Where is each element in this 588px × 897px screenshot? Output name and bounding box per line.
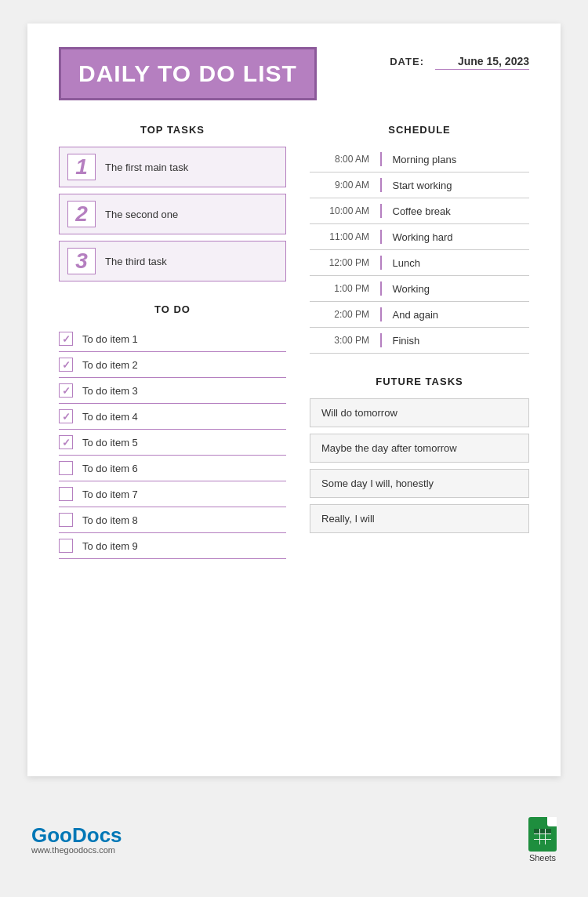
sched-time-3: 11:00 AM bbox=[310, 231, 380, 242]
todo-label-5: To do item 5 bbox=[82, 437, 138, 448]
future-task-item: Will do tomorrow bbox=[310, 398, 529, 427]
sched-task-6: And again bbox=[393, 309, 439, 321]
sched-divider bbox=[380, 281, 382, 296]
top-tasks-title: TOP TASKS bbox=[59, 124, 286, 136]
todo-item: ✓ To do item 1 bbox=[59, 326, 286, 352]
schedule-row: 2:00 PM And again bbox=[310, 302, 529, 328]
sched-divider bbox=[380, 333, 382, 347]
checkmark: ✓ bbox=[62, 385, 71, 397]
sched-task-0: Morning plans bbox=[393, 154, 457, 165]
todo-label-6: To do item 6 bbox=[82, 463, 138, 474]
schedule-row: 9:00 AM Start working bbox=[310, 172, 529, 198]
right-column: SCHEDULE 8:00 AM Morning plans 9:00 AM S… bbox=[310, 124, 529, 559]
sheets-grid bbox=[534, 829, 551, 844]
checkbox-7[interactable] bbox=[59, 487, 73, 501]
checkbox-1[interactable]: ✓ bbox=[59, 332, 73, 346]
schedule-title: SCHEDULE bbox=[310, 124, 529, 136]
checkbox-4[interactable]: ✓ bbox=[59, 409, 73, 423]
task-item-3: 3 The third task bbox=[59, 241, 286, 281]
grid-cell bbox=[534, 834, 539, 839]
checkbox-8[interactable] bbox=[59, 513, 73, 527]
todo-item: To do item 8 bbox=[59, 507, 286, 533]
grid-cell bbox=[534, 829, 539, 833]
grid-cell bbox=[540, 829, 546, 833]
sched-task-2: Coffee break bbox=[393, 205, 451, 217]
sched-time-2: 10:00 AM bbox=[310, 205, 380, 216]
sched-task-7: Finish bbox=[393, 335, 420, 347]
todo-label-9: To do item 9 bbox=[82, 540, 138, 552]
todo-item: ✓ To do item 2 bbox=[59, 352, 286, 378]
checkbox-9[interactable] bbox=[59, 539, 73, 553]
todo-label-8: To do item 8 bbox=[82, 514, 138, 526]
date-area: DATE: June 15, 2023 bbox=[390, 47, 529, 70]
schedule-list: 8:00 AM Morning plans 9:00 AM Start work… bbox=[310, 147, 529, 354]
schedule-row: 8:00 AM Morning plans bbox=[310, 147, 529, 172]
sched-time-1: 9:00 AM bbox=[310, 180, 380, 191]
task-item-1: 1 The first main task bbox=[59, 147, 286, 187]
logo-goo: Goo bbox=[31, 823, 72, 847]
todo-item: To do item 7 bbox=[59, 481, 286, 507]
schedule-row: 1:00 PM Working bbox=[310, 276, 529, 302]
footer: GooDocs www.thegoodocs.com Sheets bbox=[0, 800, 588, 880]
task-number-3: 3 bbox=[67, 248, 96, 274]
sched-divider bbox=[380, 307, 382, 321]
todo-item: ✓ To do item 5 bbox=[59, 430, 286, 456]
sched-task-4: Lunch bbox=[393, 257, 420, 269]
date-value: June 15, 2023 bbox=[435, 55, 529, 70]
checkbox-6[interactable] bbox=[59, 461, 73, 475]
date-row: DATE: June 15, 2023 bbox=[390, 55, 529, 70]
task-text-3: The third task bbox=[105, 256, 167, 267]
sched-divider bbox=[380, 204, 382, 218]
checkmark: ✓ bbox=[62, 411, 71, 423]
todo-item: To do item 6 bbox=[59, 456, 286, 481]
checkbox-2[interactable]: ✓ bbox=[59, 358, 73, 372]
sched-time-6: 2:00 PM bbox=[310, 309, 380, 320]
footer-logo: GooDocs www.thegoodocs.com bbox=[31, 825, 122, 855]
page-title: DAILY TO DO LIST bbox=[78, 60, 297, 87]
logo-brand: GooDocs bbox=[31, 825, 122, 845]
todo-item: To do item 9 bbox=[59, 533, 286, 559]
sched-divider bbox=[380, 152, 382, 166]
schedule-row: 11:00 AM Working hard bbox=[310, 224, 529, 250]
task-number-2: 2 bbox=[67, 201, 96, 227]
schedule-row: 12:00 PM Lunch bbox=[310, 250, 529, 276]
sched-time-0: 8:00 AM bbox=[310, 154, 380, 165]
sched-divider bbox=[380, 256, 382, 270]
future-tasks-section: FUTURE TASKS Will do tomorrowMaybe the d… bbox=[310, 376, 529, 533]
checkbox-3[interactable]: ✓ bbox=[59, 383, 73, 398]
todo-section: TO DO ✓ To do item 1 ✓ To do item 2 ✓ To… bbox=[59, 303, 286, 559]
title-box: DAILY TO DO LIST bbox=[59, 47, 317, 100]
sched-time-7: 3:00 PM bbox=[310, 335, 380, 346]
checkbox-5[interactable]: ✓ bbox=[59, 435, 73, 449]
schedule-row: 3:00 PM Finish bbox=[310, 328, 529, 354]
task-number-1: 1 bbox=[67, 154, 96, 180]
grid-cell bbox=[540, 834, 546, 839]
sheets-icon-img bbox=[528, 817, 557, 852]
future-tasks-list: Will do tomorrowMaybe the day after tomo… bbox=[310, 398, 529, 533]
date-label: DATE: bbox=[390, 56, 424, 67]
todo-label-1: To do item 1 bbox=[82, 333, 138, 345]
todo-title: TO DO bbox=[59, 303, 286, 315]
logo-d: D bbox=[72, 823, 87, 847]
future-task-item: Really, I will bbox=[310, 504, 529, 533]
checkmark: ✓ bbox=[62, 359, 71, 371]
todo-label-2: To do item 2 bbox=[82, 359, 138, 371]
task-item-2: 2 The second one bbox=[59, 194, 286, 234]
sched-divider bbox=[380, 230, 382, 244]
left-column: TOP TASKS 1 The first main task 2 The se… bbox=[59, 124, 286, 559]
checkmark: ✓ bbox=[62, 333, 71, 345]
todo-item: ✓ To do item 4 bbox=[59, 404, 286, 430]
todo-item: ✓ To do item 3 bbox=[59, 378, 286, 404]
logo-docs: ocs bbox=[87, 823, 122, 847]
sched-time-5: 1:00 PM bbox=[310, 283, 380, 294]
page-header: DAILY TO DO LIST DATE: June 15, 2023 bbox=[59, 47, 529, 100]
sheets-icon: Sheets bbox=[528, 817, 557, 862]
main-content: TOP TASKS 1 The first main task 2 The se… bbox=[59, 124, 529, 559]
grid-cell bbox=[534, 840, 539, 844]
todo-label-7: To do item 7 bbox=[82, 488, 138, 500]
todo-label-3: To do item 3 bbox=[82, 385, 138, 397]
sched-task-3: Working hard bbox=[393, 231, 453, 243]
task-text-1: The first main task bbox=[105, 162, 188, 173]
grid-cell bbox=[546, 834, 551, 839]
top-tasks-section: TOP TASKS 1 The first main task 2 The se… bbox=[59, 124, 286, 281]
